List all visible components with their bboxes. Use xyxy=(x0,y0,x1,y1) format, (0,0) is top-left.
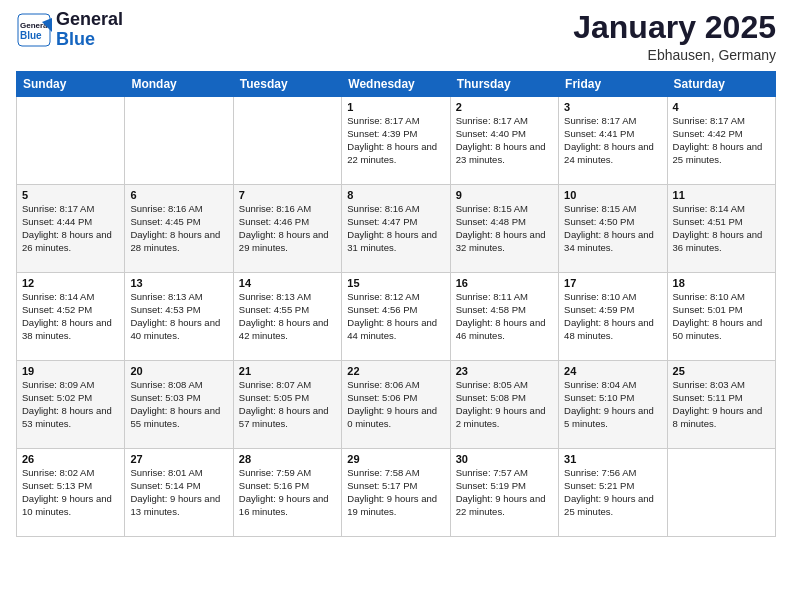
table-row: 10Sunrise: 8:15 AM Sunset: 4:50 PM Dayli… xyxy=(559,185,667,273)
day-info: Sunrise: 8:09 AM Sunset: 5:02 PM Dayligh… xyxy=(22,379,119,430)
day-info: Sunrise: 8:16 AM Sunset: 4:47 PM Dayligh… xyxy=(347,203,444,254)
calendar-title: January 2025 xyxy=(573,10,776,45)
table-row: 11Sunrise: 8:14 AM Sunset: 4:51 PM Dayli… xyxy=(667,185,775,273)
day-info: Sunrise: 8:17 AM Sunset: 4:44 PM Dayligh… xyxy=(22,203,119,254)
day-number: 15 xyxy=(347,277,444,289)
table-row: 25Sunrise: 8:03 AM Sunset: 5:11 PM Dayli… xyxy=(667,361,775,449)
day-info: Sunrise: 8:10 AM Sunset: 4:59 PM Dayligh… xyxy=(564,291,661,342)
table-row: 23Sunrise: 8:05 AM Sunset: 5:08 PM Dayli… xyxy=(450,361,558,449)
day-number: 17 xyxy=(564,277,661,289)
day-number: 7 xyxy=(239,189,336,201)
svg-text:Blue: Blue xyxy=(20,30,42,41)
col-saturday: Saturday xyxy=(667,72,775,97)
day-info: Sunrise: 7:56 AM Sunset: 5:21 PM Dayligh… xyxy=(564,467,661,518)
logo-text: General Blue xyxy=(56,10,123,50)
day-number: 2 xyxy=(456,101,553,113)
table-row: 7Sunrise: 8:16 AM Sunset: 4:46 PM Daylig… xyxy=(233,185,341,273)
day-info: Sunrise: 8:16 AM Sunset: 4:45 PM Dayligh… xyxy=(130,203,227,254)
day-number: 3 xyxy=(564,101,661,113)
table-row: 13Sunrise: 8:13 AM Sunset: 4:53 PM Dayli… xyxy=(125,273,233,361)
day-info: Sunrise: 8:01 AM Sunset: 5:14 PM Dayligh… xyxy=(130,467,227,518)
calendar-week-row: 12Sunrise: 8:14 AM Sunset: 4:52 PM Dayli… xyxy=(17,273,776,361)
logo-area: General Blue General Blue xyxy=(16,10,123,50)
table-row: 9Sunrise: 8:15 AM Sunset: 4:48 PM Daylig… xyxy=(450,185,558,273)
table-row: 16Sunrise: 8:11 AM Sunset: 4:58 PM Dayli… xyxy=(450,273,558,361)
calendar-table: Sunday Monday Tuesday Wednesday Thursday… xyxy=(16,71,776,537)
day-number: 24 xyxy=(564,365,661,377)
day-info: Sunrise: 8:15 AM Sunset: 4:50 PM Dayligh… xyxy=(564,203,661,254)
table-row: 27Sunrise: 8:01 AM Sunset: 5:14 PM Dayli… xyxy=(125,449,233,537)
col-tuesday: Tuesday xyxy=(233,72,341,97)
table-row: 31Sunrise: 7:56 AM Sunset: 5:21 PM Dayli… xyxy=(559,449,667,537)
day-info: Sunrise: 7:58 AM Sunset: 5:17 PM Dayligh… xyxy=(347,467,444,518)
day-number: 27 xyxy=(130,453,227,465)
table-row xyxy=(125,97,233,185)
day-info: Sunrise: 8:10 AM Sunset: 5:01 PM Dayligh… xyxy=(673,291,770,342)
day-info: Sunrise: 8:04 AM Sunset: 5:10 PM Dayligh… xyxy=(564,379,661,430)
table-row: 5Sunrise: 8:17 AM Sunset: 4:44 PM Daylig… xyxy=(17,185,125,273)
day-info: Sunrise: 7:57 AM Sunset: 5:19 PM Dayligh… xyxy=(456,467,553,518)
table-row: 4Sunrise: 8:17 AM Sunset: 4:42 PM Daylig… xyxy=(667,97,775,185)
day-number: 6 xyxy=(130,189,227,201)
day-info: Sunrise: 8:06 AM Sunset: 5:06 PM Dayligh… xyxy=(347,379,444,430)
day-info: Sunrise: 8:13 AM Sunset: 4:55 PM Dayligh… xyxy=(239,291,336,342)
table-row: 2Sunrise: 8:17 AM Sunset: 4:40 PM Daylig… xyxy=(450,97,558,185)
table-row: 1Sunrise: 8:17 AM Sunset: 4:39 PM Daylig… xyxy=(342,97,450,185)
col-sunday: Sunday xyxy=(17,72,125,97)
col-thursday: Thursday xyxy=(450,72,558,97)
calendar-subtitle: Ebhausen, Germany xyxy=(573,47,776,63)
table-row: 26Sunrise: 8:02 AM Sunset: 5:13 PM Dayli… xyxy=(17,449,125,537)
col-friday: Friday xyxy=(559,72,667,97)
day-info: Sunrise: 7:59 AM Sunset: 5:16 PM Dayligh… xyxy=(239,467,336,518)
col-wednesday: Wednesday xyxy=(342,72,450,97)
day-number: 16 xyxy=(456,277,553,289)
table-row: 19Sunrise: 8:09 AM Sunset: 5:02 PM Dayli… xyxy=(17,361,125,449)
table-row xyxy=(233,97,341,185)
calendar-week-row: 1Sunrise: 8:17 AM Sunset: 4:39 PM Daylig… xyxy=(17,97,776,185)
calendar-week-row: 5Sunrise: 8:17 AM Sunset: 4:44 PM Daylig… xyxy=(17,185,776,273)
day-number: 11 xyxy=(673,189,770,201)
day-number: 29 xyxy=(347,453,444,465)
table-row: 20Sunrise: 8:08 AM Sunset: 5:03 PM Dayli… xyxy=(125,361,233,449)
table-row: 21Sunrise: 8:07 AM Sunset: 5:05 PM Dayli… xyxy=(233,361,341,449)
day-info: Sunrise: 8:03 AM Sunset: 5:11 PM Dayligh… xyxy=(673,379,770,430)
table-row: 17Sunrise: 8:10 AM Sunset: 4:59 PM Dayli… xyxy=(559,273,667,361)
table-row xyxy=(667,449,775,537)
day-number: 13 xyxy=(130,277,227,289)
day-number: 21 xyxy=(239,365,336,377)
day-number: 25 xyxy=(673,365,770,377)
day-number: 10 xyxy=(564,189,661,201)
day-number: 28 xyxy=(239,453,336,465)
calendar-week-row: 19Sunrise: 8:09 AM Sunset: 5:02 PM Dayli… xyxy=(17,361,776,449)
header-row: Sunday Monday Tuesday Wednesday Thursday… xyxy=(17,72,776,97)
page: General Blue General Blue January 2025 E… xyxy=(0,0,792,612)
day-info: Sunrise: 8:17 AM Sunset: 4:40 PM Dayligh… xyxy=(456,115,553,166)
table-row: 18Sunrise: 8:10 AM Sunset: 5:01 PM Dayli… xyxy=(667,273,775,361)
day-info: Sunrise: 8:14 AM Sunset: 4:52 PM Dayligh… xyxy=(22,291,119,342)
day-info: Sunrise: 8:17 AM Sunset: 4:42 PM Dayligh… xyxy=(673,115,770,166)
table-row: 22Sunrise: 8:06 AM Sunset: 5:06 PM Dayli… xyxy=(342,361,450,449)
day-info: Sunrise: 8:15 AM Sunset: 4:48 PM Dayligh… xyxy=(456,203,553,254)
day-info: Sunrise: 8:17 AM Sunset: 4:39 PM Dayligh… xyxy=(347,115,444,166)
table-row: 14Sunrise: 8:13 AM Sunset: 4:55 PM Dayli… xyxy=(233,273,341,361)
calendar-week-row: 26Sunrise: 8:02 AM Sunset: 5:13 PM Dayli… xyxy=(17,449,776,537)
day-info: Sunrise: 8:17 AM Sunset: 4:41 PM Dayligh… xyxy=(564,115,661,166)
day-info: Sunrise: 8:05 AM Sunset: 5:08 PM Dayligh… xyxy=(456,379,553,430)
day-info: Sunrise: 8:08 AM Sunset: 5:03 PM Dayligh… xyxy=(130,379,227,430)
title-area: January 2025 Ebhausen, Germany xyxy=(573,10,776,63)
table-row: 3Sunrise: 8:17 AM Sunset: 4:41 PM Daylig… xyxy=(559,97,667,185)
day-info: Sunrise: 8:07 AM Sunset: 5:05 PM Dayligh… xyxy=(239,379,336,430)
day-number: 12 xyxy=(22,277,119,289)
day-info: Sunrise: 8:02 AM Sunset: 5:13 PM Dayligh… xyxy=(22,467,119,518)
day-number: 20 xyxy=(130,365,227,377)
table-row: 30Sunrise: 7:57 AM Sunset: 5:19 PM Dayli… xyxy=(450,449,558,537)
logo-icon: General Blue xyxy=(16,12,52,48)
table-row xyxy=(17,97,125,185)
table-row: 15Sunrise: 8:12 AM Sunset: 4:56 PM Dayli… xyxy=(342,273,450,361)
day-info: Sunrise: 8:13 AM Sunset: 4:53 PM Dayligh… xyxy=(130,291,227,342)
header: General Blue General Blue January 2025 E… xyxy=(16,10,776,63)
day-number: 30 xyxy=(456,453,553,465)
col-monday: Monday xyxy=(125,72,233,97)
table-row: 12Sunrise: 8:14 AM Sunset: 4:52 PM Dayli… xyxy=(17,273,125,361)
day-number: 1 xyxy=(347,101,444,113)
